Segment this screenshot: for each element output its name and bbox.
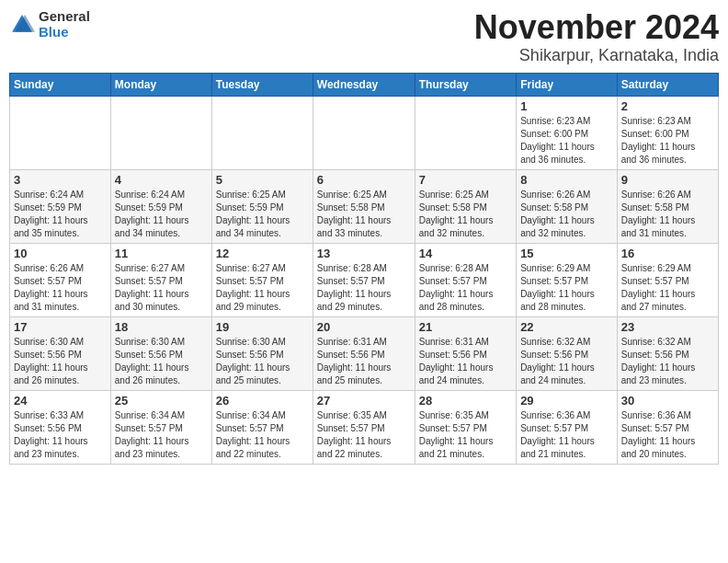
- calendar-day-cell: 28Sunrise: 6:35 AM Sunset: 5:57 PM Dayli…: [415, 390, 516, 464]
- calendar-day-cell: [211, 96, 313, 169]
- weekday-header-row: SundayMondayTuesdayWednesdayThursdayFrid…: [10, 73, 719, 96]
- day-info: Sunrise: 6:26 AM Sunset: 5:58 PM Dayligh…: [621, 189, 714, 240]
- weekday-header-cell: Tuesday: [211, 73, 313, 96]
- calendar-day-cell: 12Sunrise: 6:27 AM Sunset: 5:57 PM Dayli…: [211, 243, 313, 316]
- calendar-day-cell: 8Sunrise: 6:26 AM Sunset: 5:58 PM Daylig…: [517, 169, 618, 243]
- day-number: 20: [317, 320, 411, 334]
- weekday-header-cell: Thursday: [415, 73, 516, 96]
- day-info: Sunrise: 6:32 AM Sunset: 5:56 PM Dayligh…: [520, 336, 613, 387]
- day-info: Sunrise: 6:28 AM Sunset: 5:57 PM Dayligh…: [419, 262, 512, 314]
- calendar-day-cell: 9Sunrise: 6:26 AM Sunset: 5:58 PM Daylig…: [617, 169, 718, 243]
- day-info: Sunrise: 6:26 AM Sunset: 5:57 PM Dayligh…: [14, 262, 107, 314]
- weekday-header-cell: Sunday: [10, 73, 111, 96]
- calendar-day-cell: [10, 96, 111, 169]
- day-number: 18: [115, 320, 208, 334]
- day-info: Sunrise: 6:26 AM Sunset: 5:58 PM Dayligh…: [520, 189, 613, 240]
- calendar-day-cell: 11Sunrise: 6:27 AM Sunset: 5:57 PM Dayli…: [110, 243, 211, 316]
- calendar-day-cell: 4Sunrise: 6:24 AM Sunset: 5:59 PM Daylig…: [110, 169, 211, 243]
- calendar-day-cell: 16Sunrise: 6:29 AM Sunset: 5:57 PM Dayli…: [617, 243, 718, 316]
- calendar-day-cell: 18Sunrise: 6:30 AM Sunset: 5:56 PM Dayli…: [110, 316, 211, 390]
- day-info: Sunrise: 6:23 AM Sunset: 6:00 PM Dayligh…: [621, 115, 714, 167]
- day-number: 7: [419, 173, 512, 187]
- day-number: 4: [115, 173, 208, 187]
- calendar-day-cell: [415, 96, 516, 169]
- day-info: Sunrise: 6:35 AM Sunset: 5:57 PM Dayligh…: [317, 409, 411, 461]
- logo: General Blue: [9, 9, 90, 40]
- calendar-day-cell: [110, 96, 211, 169]
- day-info: Sunrise: 6:29 AM Sunset: 5:57 PM Dayligh…: [520, 262, 613, 314]
- day-number: 22: [520, 320, 613, 334]
- calendar-day-cell: 22Sunrise: 6:32 AM Sunset: 5:56 PM Dayli…: [517, 316, 618, 390]
- day-info: Sunrise: 6:28 AM Sunset: 5:57 PM Dayligh…: [317, 262, 411, 314]
- day-info: Sunrise: 6:36 AM Sunset: 5:57 PM Dayligh…: [621, 409, 714, 461]
- day-number: 26: [216, 394, 309, 408]
- day-number: 16: [621, 247, 714, 260]
- day-info: Sunrise: 6:36 AM Sunset: 5:57 PM Dayligh…: [520, 409, 613, 461]
- day-number: 27: [317, 394, 411, 408]
- day-info: Sunrise: 6:32 AM Sunset: 5:56 PM Dayligh…: [621, 336, 714, 387]
- calendar-day-cell: 26Sunrise: 6:34 AM Sunset: 5:57 PM Dayli…: [211, 390, 313, 464]
- calendar-day-cell: 25Sunrise: 6:34 AM Sunset: 5:57 PM Dayli…: [110, 390, 211, 464]
- day-info: Sunrise: 6:23 AM Sunset: 6:00 PM Dayligh…: [520, 115, 613, 167]
- location-title: Shikarpur, Karnataka, India: [474, 46, 719, 65]
- day-info: Sunrise: 6:30 AM Sunset: 5:56 PM Dayligh…: [14, 336, 107, 387]
- day-number: 9: [621, 173, 714, 187]
- day-number: 11: [115, 247, 208, 260]
- calendar-day-cell: 13Sunrise: 6:28 AM Sunset: 5:57 PM Dayli…: [313, 243, 415, 316]
- calendar-day-cell: [313, 96, 415, 169]
- calendar-day-cell: 30Sunrise: 6:36 AM Sunset: 5:57 PM Dayli…: [617, 390, 718, 464]
- day-info: Sunrise: 6:24 AM Sunset: 5:59 PM Dayligh…: [14, 189, 107, 240]
- calendar-day-cell: 24Sunrise: 6:33 AM Sunset: 5:56 PM Dayli…: [10, 390, 111, 464]
- day-info: Sunrise: 6:25 AM Sunset: 5:58 PM Dayligh…: [317, 189, 411, 240]
- day-number: 29: [520, 394, 613, 408]
- header: General Blue November 2024 Shikarpur, Ka…: [9, 9, 719, 65]
- calendar-day-cell: 2Sunrise: 6:23 AM Sunset: 6:00 PM Daylig…: [617, 96, 718, 169]
- calendar-week-row: 1Sunrise: 6:23 AM Sunset: 6:00 PM Daylig…: [10, 96, 719, 169]
- day-number: 13: [317, 247, 411, 260]
- day-info: Sunrise: 6:27 AM Sunset: 5:57 PM Dayligh…: [216, 262, 309, 314]
- calendar-day-cell: 5Sunrise: 6:25 AM Sunset: 5:59 PM Daylig…: [211, 169, 313, 243]
- day-info: Sunrise: 6:30 AM Sunset: 5:56 PM Dayligh…: [216, 336, 309, 387]
- calendar-day-cell: 17Sunrise: 6:30 AM Sunset: 5:56 PM Dayli…: [10, 316, 111, 390]
- calendar-day-cell: 19Sunrise: 6:30 AM Sunset: 5:56 PM Dayli…: [211, 316, 313, 390]
- calendar-day-cell: 29Sunrise: 6:36 AM Sunset: 5:57 PM Dayli…: [517, 390, 618, 464]
- calendar-day-cell: 23Sunrise: 6:32 AM Sunset: 5:56 PM Dayli…: [617, 316, 718, 390]
- day-info: Sunrise: 6:31 AM Sunset: 5:56 PM Dayligh…: [317, 336, 411, 387]
- day-number: 23: [621, 320, 714, 334]
- calendar-week-row: 10Sunrise: 6:26 AM Sunset: 5:57 PM Dayli…: [10, 243, 719, 316]
- logo-general-text: General: [39, 9, 90, 25]
- month-title: November 2024: [474, 9, 719, 46]
- day-info: Sunrise: 6:29 AM Sunset: 5:57 PM Dayligh…: [621, 262, 714, 314]
- day-number: 12: [216, 247, 309, 260]
- day-number: 8: [520, 173, 613, 187]
- day-number: 17: [14, 320, 107, 334]
- day-info: Sunrise: 6:24 AM Sunset: 5:59 PM Dayligh…: [115, 189, 208, 240]
- day-number: 30: [621, 394, 714, 408]
- weekday-header-cell: Friday: [517, 73, 618, 96]
- day-info: Sunrise: 6:34 AM Sunset: 5:57 PM Dayligh…: [216, 409, 309, 461]
- calendar-day-cell: 20Sunrise: 6:31 AM Sunset: 5:56 PM Dayli…: [313, 316, 415, 390]
- calendar-day-cell: 15Sunrise: 6:29 AM Sunset: 5:57 PM Dayli…: [517, 243, 618, 316]
- calendar-week-row: 3Sunrise: 6:24 AM Sunset: 5:59 PM Daylig…: [10, 169, 719, 243]
- day-number: 28: [419, 394, 512, 408]
- weekday-header-cell: Wednesday: [313, 73, 415, 96]
- title-area: November 2024 Shikarpur, Karnataka, Indi…: [474, 9, 719, 65]
- day-number: 5: [216, 173, 309, 187]
- calendar-day-cell: 27Sunrise: 6:35 AM Sunset: 5:57 PM Dayli…: [313, 390, 415, 464]
- calendar-week-row: 24Sunrise: 6:33 AM Sunset: 5:56 PM Dayli…: [10, 390, 719, 464]
- day-number: 24: [14, 394, 107, 408]
- logo-icon: [9, 12, 35, 38]
- logo-blue-text: Blue: [39, 25, 90, 40]
- day-info: Sunrise: 6:25 AM Sunset: 5:59 PM Dayligh…: [216, 189, 309, 240]
- day-info: Sunrise: 6:33 AM Sunset: 5:56 PM Dayligh…: [14, 409, 107, 461]
- weekday-header-cell: Saturday: [617, 73, 718, 96]
- calendar-day-cell: 1Sunrise: 6:23 AM Sunset: 6:00 PM Daylig…: [517, 96, 618, 169]
- calendar-day-cell: 3Sunrise: 6:24 AM Sunset: 5:59 PM Daylig…: [10, 169, 111, 243]
- calendar-day-cell: 21Sunrise: 6:31 AM Sunset: 5:56 PM Dayli…: [415, 316, 516, 390]
- day-number: 1: [520, 99, 613, 113]
- day-number: 10: [14, 247, 107, 260]
- calendar-week-row: 17Sunrise: 6:30 AM Sunset: 5:56 PM Dayli…: [10, 316, 719, 390]
- day-number: 2: [621, 99, 714, 113]
- day-number: 3: [14, 173, 107, 187]
- calendar-body: 1Sunrise: 6:23 AM Sunset: 6:00 PM Daylig…: [10, 96, 719, 464]
